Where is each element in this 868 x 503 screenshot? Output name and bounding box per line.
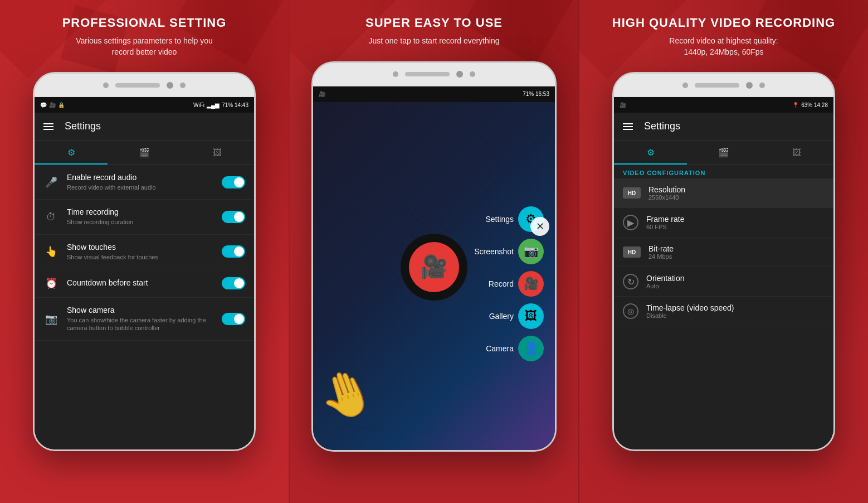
- middle-panel-header: SUPER EASY TO USE Just one tap to start …: [354, 0, 514, 56]
- right-settings-tabs: ⚙ 🎬 🖼: [614, 141, 833, 165]
- right-phone-cam-small: [682, 83, 688, 88]
- record-camera-icon: 🎥: [420, 254, 448, 280]
- left-status-icon-msg: 💬: [40, 102, 47, 108]
- audio-item-subtitle: Record video with external audio: [67, 183, 214, 191]
- left-phone-screen: 💬 🎥 🔒 WiFi ▂▄▆ 71% 14:43: [35, 97, 254, 449]
- framerate-icon: ▶: [623, 215, 638, 230]
- menu-record-row[interactable]: Record 🎥: [474, 271, 544, 297]
- list-item: 👆 Show touches Show visual feedback for …: [35, 235, 254, 269]
- right-hamburger-icon[interactable]: [623, 123, 633, 130]
- config-orientation-item[interactable]: ↻ Orientation Auto: [614, 267, 833, 297]
- list-item: 🎤 Enable record audio Record video with …: [35, 165, 254, 200]
- menu-gallery-btn[interactable]: 🖼: [518, 303, 544, 329]
- bitrate-hd-icon: HD: [623, 246, 641, 258]
- menu-screenshot-row[interactable]: Screenshot 📷: [474, 239, 544, 264]
- left-tab-general[interactable]: ⚙: [35, 141, 108, 165]
- time-toggle[interactable]: [222, 211, 245, 223]
- left-status-battery: 71% 14:43: [222, 102, 248, 108]
- audio-toggle[interactable]: [222, 176, 245, 188]
- left-panel-subtitle: Various settings parameters to help your…: [62, 36, 227, 57]
- left-panel: PROFESSIONAL SETTING Various settings pa…: [0, 0, 290, 503]
- menu-gallery-label: Gallery: [489, 312, 514, 321]
- left-phone-wrapper: 💬 🎥 🔒 WiFi ▂▄▆ 71% 14:43: [33, 72, 256, 503]
- touches-toggle[interactable]: [222, 245, 245, 258]
- timelapse-text: Time-lapse (video speed) Disable: [646, 303, 825, 319]
- menu-screenshot-label: Screenshot: [474, 247, 514, 256]
- menu-camera-row[interactable]: Camera 👤: [474, 336, 544, 361]
- right-tab-video[interactable]: 🎬: [687, 141, 760, 165]
- left-status-icons-right: WiFi ▂▄▆ 71% 14:43: [193, 102, 248, 108]
- middle-phone-cam-small2: [470, 71, 475, 77]
- time-item-text: Time recording Show recording duration: [67, 207, 214, 226]
- left-status-bar: 💬 🎥 🔒 WiFi ▂▄▆ 71% 14:43: [35, 97, 254, 113]
- middle-panel-title: SUPER EASY TO USE: [365, 16, 503, 30]
- right-tab-gallery[interactable]: 🖼: [760, 141, 833, 165]
- right-vid-icon: 🎥: [620, 102, 626, 108]
- record-button-main[interactable]: 🎥: [401, 234, 467, 301]
- left-settings-screen: Settings ⚙ 🎬 🖼: [35, 113, 254, 449]
- left-settings-title: Settings: [65, 120, 101, 132]
- left-panel-title: PROFESSIONAL SETTING: [62, 16, 227, 30]
- left-tab-video[interactable]: 🎬: [108, 141, 181, 165]
- record-button-container: 🎥: [401, 234, 467, 312]
- right-panel-header: HIGH QUALITY VIDEO RECORDING Record vide…: [601, 0, 846, 66]
- config-resolution-item[interactable]: HD Resolution 2560x1440: [614, 178, 833, 208]
- time-item-subtitle: Show recording duration: [67, 218, 214, 226]
- menu-screenshot-btn[interactable]: 📷: [518, 239, 544, 264]
- close-button[interactable]: ✕: [530, 217, 549, 236]
- left-hamburger-icon[interactable]: [43, 123, 53, 130]
- config-bitrate-item[interactable]: HD Bit-rate 24 Mbps: [614, 238, 833, 267]
- middle-phone-wrapper: 🎥 71% 16:53 🎥: [311, 61, 557, 503]
- timelapse-value: Disable: [646, 312, 825, 319]
- middle-status-right: 71% 16:53: [523, 91, 549, 97]
- right-phone: 🎥 📍 63% 14:28 Settings: [612, 72, 835, 451]
- left-phone-speaker: [115, 83, 160, 88]
- left-phone-cam-small: [103, 83, 109, 88]
- time-item-title: Time recording: [67, 207, 214, 216]
- left-tab-film-icon: 🎬: [139, 147, 150, 158]
- left-settings-header: Settings: [35, 113, 254, 141]
- camera-item-text: Show camera You can show/hide the camera…: [67, 306, 214, 332]
- left-tab-gallery[interactable]: 🖼: [181, 141, 254, 165]
- right-tab-general[interactable]: ⚙: [614, 141, 687, 165]
- middle-panel: SUPER EASY TO USE Just one tap to start …: [290, 0, 579, 503]
- middle-status-left: 🎥: [319, 91, 325, 97]
- left-tab-image-icon: 🖼: [213, 148, 222, 158]
- middle-phone-cam-small: [393, 71, 398, 77]
- right-settings-title: Settings: [644, 120, 680, 132]
- config-framerate-item[interactable]: ▶ Frame rate 60 FPS: [614, 208, 833, 238]
- camera-toggle[interactable]: [222, 313, 245, 325]
- left-settings-tabs: ⚙ 🎬 🖼: [35, 141, 254, 165]
- right-panel-title: HIGH QUALITY VIDEO RECORDING: [612, 16, 835, 30]
- left-tab-gear-icon: ⚙: [67, 147, 75, 158]
- menu-settings-label: Settings: [485, 215, 514, 224]
- menu-record-btn[interactable]: 🎥: [518, 271, 544, 297]
- countdown-icon: ⏰: [43, 277, 59, 289]
- right-tab-film-icon: 🎬: [718, 147, 729, 158]
- config-timelapse-item[interactable]: ◎ Time-lapse (video speed) Disable: [614, 297, 833, 326]
- menu-camera-label: Camera: [486, 344, 514, 353]
- menu-record-label: Record: [489, 279, 514, 288]
- countdown-toggle[interactable]: [222, 277, 245, 289]
- menu-gallery-row[interactable]: Gallery 🖼: [474, 303, 544, 329]
- camera-icon: 📷: [43, 313, 59, 325]
- camera-item-title: Show camera: [67, 306, 214, 315]
- right-panel-subtitle: Record video at highest quality:1440p, 2…: [612, 36, 835, 57]
- right-settings-screen: Settings ⚙ 🎬 🖼 VIDEO CONFIGURATION: [614, 113, 833, 449]
- countdown-item-title: Countdown before start: [67, 278, 214, 287]
- middle-phone-screen: 🎥 71% 16:53 🎥: [313, 86, 555, 450]
- left-panel-header: PROFESSIONAL SETTING Various settings pa…: [51, 0, 238, 66]
- left-status-wifi: WiFi: [193, 102, 204, 108]
- record-button-inner: 🎥: [409, 242, 459, 292]
- menu-camera-btn[interactable]: 👤: [518, 336, 544, 361]
- timer-icon: ⏱: [43, 211, 59, 223]
- resolution-text: Resolution 2560x1440: [648, 185, 825, 201]
- right-location-icon: 📍: [792, 102, 799, 108]
- bitrate-value: 24 Mbps: [648, 253, 825, 260]
- audio-item-text: Enable record audio Record video with ex…: [67, 173, 214, 191]
- timelapse-title: Time-lapse (video speed): [646, 303, 825, 312]
- right-phone-top: [614, 74, 833, 97]
- middle-vid-icon: 🎥: [319, 91, 325, 97]
- resolution-title: Resolution: [648, 185, 825, 194]
- right-tab-gear-icon: ⚙: [647, 147, 655, 158]
